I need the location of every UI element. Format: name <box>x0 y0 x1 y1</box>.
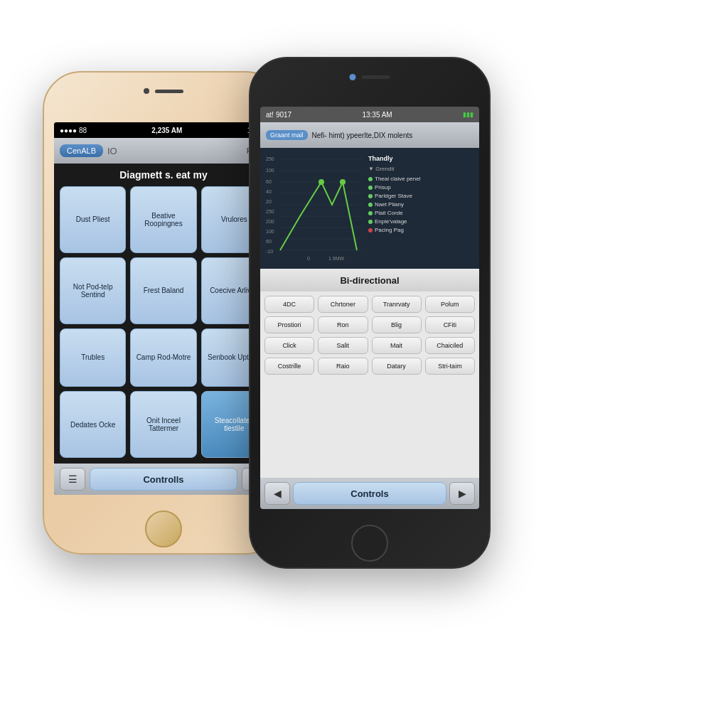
legend-item-1: Prisup <box>368 184 475 191</box>
left-nav-title: Fecial <box>122 146 267 155</box>
legend-item-0: Theal claive penel <box>368 176 475 182</box>
right-grid-btn-13[interactable]: Raio <box>318 358 368 375</box>
svg-rect-0 <box>264 152 364 264</box>
speaker-bar <box>155 90 183 93</box>
svg-text:-10: -10 <box>266 249 273 254</box>
left-carrier: ●●●● 88 <box>60 127 87 134</box>
legend-dot-3 <box>368 203 373 207</box>
right-phone: at! 9017 13:35 AM ▮▮▮ Graant mail Nefi- … <box>249 57 491 569</box>
legend-dot-0 <box>368 177 373 181</box>
svg-text:20: 20 <box>266 199 272 204</box>
svg-point-21 <box>340 179 346 185</box>
grid-btn-0[interactable]: Dust Pliest <box>60 186 126 253</box>
right-nav-title: Nefi- himt) ypeerlte,DIX molents <box>312 132 413 139</box>
right-grid-btn-10[interactable]: Mait <box>372 337 422 354</box>
legend-dot-6 <box>368 228 373 232</box>
legend-dot-1 <box>368 186 373 190</box>
legend-dot-5 <box>368 220 373 224</box>
right-grid-btn-9[interactable]: Salit <box>318 337 368 354</box>
right-grid-btn-7[interactable]: CFiti <box>425 316 475 333</box>
right-status-bar: at! 9017 13:35 AM ▮▮▮ <box>260 107 479 122</box>
bidir-header: Bi-directional <box>260 269 479 291</box>
left-phone: ●●●● 88 2,235 AM 1 50% CenALB IO Fecial … <box>43 71 284 555</box>
grid-btn-6[interactable]: Trubles <box>60 328 126 387</box>
list-icon-button[interactable]: ☰ <box>60 468 85 491</box>
right-grid-btn-15[interactable]: Stri-taim <box>425 358 475 375</box>
left-screen-content: Diagmett s. eat my Dust Pliest Beative R… <box>54 164 273 464</box>
left-bottom-bar: ☰ Controlls + <box>54 464 273 495</box>
svg-text:200: 200 <box>266 219 274 224</box>
right-grid-btn-6[interactable]: Blig <box>372 316 422 333</box>
right-arrow-icon: ▶ <box>459 488 466 499</box>
right-screen-wrap: at! 9017 13:35 AM ▮▮▮ Graant mail Nefi- … <box>260 107 479 509</box>
right-grid-btn-8[interactable]: Click <box>264 337 314 354</box>
right-btn-grid: 4DC Chrtoner Tranrvaty Polum Prostiori R… <box>260 291 479 478</box>
legend-dot-4 <box>368 211 373 215</box>
right-home-button[interactable] <box>351 525 388 562</box>
svg-text:40: 40 <box>266 189 272 194</box>
right-grid-btn-11[interactable]: Chaiciled <box>425 337 475 354</box>
svg-text:60: 60 <box>266 179 272 184</box>
left-arrow-icon: ◀ <box>274 488 282 499</box>
right-speaker-bar <box>362 75 390 79</box>
svg-text:0: 0 <box>307 256 310 261</box>
left-time: 2,235 AM <box>151 127 182 134</box>
legend-item-6: Pacing Pag <box>368 227 475 233</box>
left-btn-grid: Dust Pliest Beative Roopingnes Vrulores … <box>60 186 267 458</box>
left-back-button[interactable]: CenALB <box>60 144 103 157</box>
chart-area: 250 100 60 40 20 250 200 100 60 -10 <box>260 148 479 269</box>
legend-item-4: Plait Corde <box>368 210 475 216</box>
legend-sub: ▼ Grendit <box>368 166 475 172</box>
chart-legend: Thandly ▼ Grendit Theal claive penel Pri… <box>368 152 475 264</box>
right-controls-button[interactable]: Controls <box>293 482 446 505</box>
svg-text:100: 100 <box>266 229 274 234</box>
svg-text:100: 100 <box>266 168 274 173</box>
chart-svg-wrap: 250 100 60 40 20 250 200 100 60 -10 <box>264 152 364 264</box>
chart-svg: 250 100 60 40 20 250 200 100 60 -10 <box>264 152 364 264</box>
right-grid-btn-0[interactable]: 4DC <box>264 296 314 313</box>
legend-title: Thandly <box>368 155 475 162</box>
grid-btn-3[interactable]: Not Pod-telp Sentind <box>60 257 126 324</box>
svg-text:250: 250 <box>266 209 274 214</box>
legend-item-5: Enple'valage <box>368 218 475 225</box>
right-grid-btn-12[interactable]: Costrille <box>264 358 314 375</box>
right-battery-icon: ▮▮▮ <box>463 111 473 118</box>
right-phone-top <box>350 74 390 80</box>
svg-text:60: 60 <box>266 239 272 244</box>
left-home-button[interactable] <box>145 510 182 547</box>
left-nav-icon: IO <box>107 146 117 156</box>
right-carrier: at! 9017 <box>266 111 291 119</box>
right-grid-btn-3[interactable]: Polum <box>425 296 475 313</box>
left-status-bar: ●●●● 88 2,235 AM 1 50% <box>54 122 273 138</box>
svg-text:1.9MW: 1.9MW <box>328 256 345 261</box>
list-icon: ☰ <box>68 473 77 485</box>
left-phone-top <box>144 88 183 94</box>
left-arrow-button[interactable]: ◀ <box>264 482 290 505</box>
right-mail-badge[interactable]: Graant mail <box>266 130 308 140</box>
right-grid-btn-1[interactable]: Chrtoner <box>318 296 368 313</box>
svg-point-20 <box>318 179 324 185</box>
camera-dot <box>144 88 149 94</box>
right-camera-dot <box>350 74 356 80</box>
left-screen-wrap: ●●●● 88 2,235 AM 1 50% CenALB IO Fecial … <box>54 122 273 495</box>
right-time: 13:35 AM <box>362 111 392 119</box>
legend-item-3: Naet Pliany <box>368 201 475 208</box>
svg-text:250: 250 <box>266 156 274 161</box>
right-grid-btn-2[interactable]: Tranrvaty <box>372 296 422 313</box>
legend-item-2: Parldger Stave <box>368 193 475 199</box>
left-nav-bar: CenALB IO Fecial <box>54 138 273 164</box>
grid-btn-4[interactable]: Frest Baland <box>130 257 196 324</box>
right-grid-btn-5[interactable]: Ron <box>318 316 368 333</box>
right-grid-btn-4[interactable]: Prostiori <box>264 316 314 333</box>
grid-btn-9[interactable]: Dedates Ocke <box>60 391 126 458</box>
scene: ●●●● 88 2,235 AM 1 50% CenALB IO Fecial … <box>0 0 728 728</box>
right-arrow-button[interactable]: ▶ <box>449 482 475 505</box>
left-screen-title: Diagmett s. eat my <box>60 169 267 181</box>
right-grid-btn-14[interactable]: Datary <box>372 358 422 375</box>
left-controls-button[interactable]: Controlls <box>90 468 237 491</box>
right-nav-bar: Graant mail Nefi- himt) ypeerlte,DIX mol… <box>260 122 479 148</box>
grid-btn-7[interactable]: Camp Rod-Motre <box>130 328 196 387</box>
legend-dot-2 <box>368 194 373 198</box>
grid-btn-1[interactable]: Beative Roopingnes <box>130 186 196 253</box>
grid-btn-10[interactable]: Onit Inceel Tattermer <box>130 391 196 458</box>
